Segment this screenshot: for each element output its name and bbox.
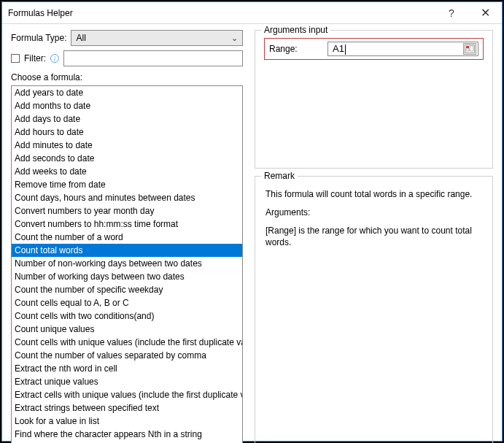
filter-label: Filter: xyxy=(24,53,46,63)
filter-input[interactable] xyxy=(63,50,243,66)
formula-item[interactable]: Extract the nth word in cell xyxy=(12,362,242,375)
formula-item[interactable]: Add seconds to date xyxy=(12,152,242,165)
formula-item[interactable]: Count the number of values separated by … xyxy=(12,349,242,362)
formula-item[interactable]: Extract cells with unique values (includ… xyxy=(12,388,242,401)
filter-row: Filter: i xyxy=(11,50,243,66)
formula-item[interactable]: Add hours to date xyxy=(12,126,242,139)
chevron-down-icon: ⌄ xyxy=(231,34,238,43)
formula-list[interactable]: Add years to dateAdd months to dateAdd d… xyxy=(11,85,243,443)
choose-formula-label: Choose a formula: xyxy=(11,72,243,82)
formula-item[interactable]: Count cells with two conditions(and) xyxy=(12,309,242,323)
filter-checkbox[interactable] xyxy=(11,54,20,63)
dialog-window: Formulas Helper ? ✕ Formula Type: All ⌄ … xyxy=(1,1,503,442)
formula-item[interactable]: Number of working days between two dates xyxy=(12,270,242,283)
help-button[interactable]: ? xyxy=(435,2,468,24)
left-pane: Formula Type: All ⌄ Filter: i Choose a f… xyxy=(11,30,243,443)
close-button[interactable]: ✕ xyxy=(468,2,502,24)
range-argument-row: Range: A1 xyxy=(264,38,484,60)
formula-item[interactable]: Add years to date xyxy=(12,86,242,99)
remark-line1: This formula will count total words in a… xyxy=(265,188,482,201)
formula-item[interactable]: Count cells equal to A, B or C xyxy=(12,296,242,309)
formula-item[interactable]: Convert numbers to hh:mm:ss time format xyxy=(12,217,242,231)
formula-type-value: All xyxy=(76,33,85,43)
formula-item[interactable]: Count cells with unique values (include … xyxy=(12,336,242,349)
formula-item[interactable]: Add weeks to date xyxy=(12,165,242,178)
titlebar: Formulas Helper ? ✕ xyxy=(2,2,502,24)
right-pane: Arguments input Range: A1 xyxy=(255,30,493,443)
formula-type-label: Formula Type: xyxy=(11,33,66,43)
formula-item[interactable]: Remove time from date xyxy=(12,178,242,191)
text-cursor xyxy=(345,45,346,55)
range-value: A1 xyxy=(333,43,344,54)
remark-fieldset: Remark This formula will count total wor… xyxy=(255,176,493,443)
info-icon[interactable]: i xyxy=(50,54,59,63)
svg-rect-2 xyxy=(466,46,469,48)
range-label: Range: xyxy=(269,44,322,54)
formula-item[interactable]: Find where the character appears Nth in … xyxy=(12,428,242,441)
formula-item[interactable]: Extract strings between specified text xyxy=(12,401,242,415)
remark-text: This formula will count total words in a… xyxy=(264,184,484,255)
formula-item[interactable]: Count total words xyxy=(12,244,242,257)
formula-item[interactable]: Count days, hours and minutes between da… xyxy=(12,191,242,204)
formula-item[interactable]: Convert numbers to year month day xyxy=(12,204,242,217)
range-picker-icon xyxy=(465,45,475,53)
remark-line3: [Range] is the range for which you want … xyxy=(265,225,482,250)
window-body: Formula Type: All ⌄ Filter: i Choose a f… xyxy=(2,24,502,443)
formula-item[interactable]: Count the number of a word xyxy=(12,231,242,244)
formula-item[interactable]: Count unique values xyxy=(12,323,242,336)
formula-item[interactable]: Count the number of specific weekday xyxy=(12,283,242,296)
formula-item[interactable]: Look for a value in list xyxy=(12,415,242,428)
formula-item[interactable]: Add days to date xyxy=(12,112,242,126)
range-picker-button[interactable] xyxy=(463,43,476,55)
remark-legend: Remark xyxy=(261,171,298,181)
formula-type-row: Formula Type: All ⌄ xyxy=(11,30,243,46)
range-input[interactable]: A1 xyxy=(327,42,478,56)
formula-type-combo[interactable]: All ⌄ xyxy=(71,30,243,46)
window-title: Formulas Helper xyxy=(2,8,435,18)
arguments-fieldset: Arguments input Range: A1 xyxy=(255,30,493,169)
formula-item[interactable]: Add minutes to date xyxy=(12,139,242,152)
arguments-legend: Arguments input xyxy=(261,25,330,35)
formula-item[interactable]: Extract unique values xyxy=(12,375,242,388)
formula-item[interactable]: Number of non-working days between two d… xyxy=(12,257,242,270)
remark-line2: Arguments: xyxy=(265,207,482,219)
formula-item[interactable]: Add months to date xyxy=(12,99,242,112)
